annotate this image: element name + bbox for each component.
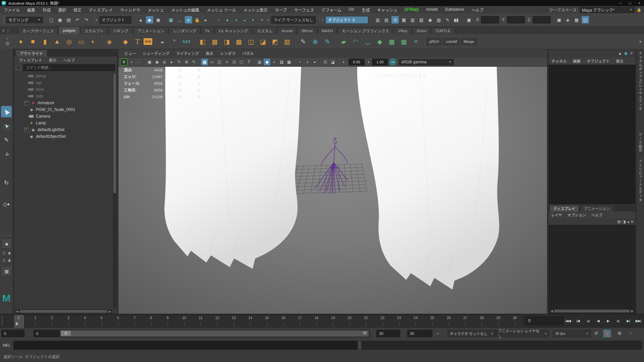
menu-V-Ray[interactable]: [V-Ray] bbox=[401, 7, 422, 13]
layer-move-up-icon[interactable]: ▴ bbox=[628, 220, 630, 224]
shelf-item-poly-sphere[interactable]: ● bbox=[15, 36, 26, 47]
shelf-tab-MASH[interactable]: MASH bbox=[317, 27, 337, 34]
shelf-tab-FX キャッシング[interactable]: FX キャッシング bbox=[214, 27, 252, 34]
film-gate-icon[interactable]: ▭ bbox=[209, 59, 215, 65]
bookmark-icon[interactable]: ▸ bbox=[168, 59, 175, 65]
channel-box-menu-オブジェクト[interactable]: オブジェクト bbox=[584, 58, 613, 64]
ipr-render-icon[interactable]: ▤ bbox=[383, 16, 390, 23]
shelf-item-colorm-button[interactable]: colorM bbox=[443, 38, 460, 45]
speed-display-icon[interactable]: ◉ bbox=[624, 51, 627, 56]
shelf-item-smooth[interactable]: ▩ bbox=[233, 36, 244, 47]
resolution-gate-icon[interactable]: ◫ bbox=[216, 59, 223, 65]
sidebar-tab-0[interactable]: チャネルボックス/レイヤエディタ bbox=[638, 52, 643, 111]
viewport-menu-シェーディング[interactable]: シェーディング bbox=[140, 51, 173, 56]
shaded-mode-icon[interactable]: ◆ bbox=[264, 59, 270, 65]
channel-box-menu-チャネル[interactable]: チャネル bbox=[548, 58, 570, 64]
shaded-wire-mode-icon[interactable]: ◐ bbox=[271, 59, 278, 65]
menu-選択[interactable]: 選択 bbox=[54, 7, 70, 13]
layout-split-button-1b[interactable]: ◆ bbox=[7, 250, 12, 256]
command-line-splitter[interactable] bbox=[358, 342, 361, 349]
outliner-vertical-scrollbar[interactable] bbox=[113, 73, 116, 308]
lasso-tool[interactable] bbox=[1, 120, 12, 131]
shadows-toggle-icon[interactable]: ◑ bbox=[304, 59, 311, 65]
grid-person-icon[interactable]: ▧ bbox=[418, 16, 425, 23]
select-camera-icon[interactable]: ▻ bbox=[136, 59, 142, 65]
render-time-icon[interactable]: ◷ bbox=[391, 16, 399, 23]
sidebar-tab-1[interactable]: ツール設定 bbox=[638, 133, 643, 152]
shelf-item-poly-spire[interactable]: ◆ bbox=[120, 36, 131, 47]
select-object-icon[interactable]: ◆ bbox=[146, 16, 153, 23]
menu-メッシュ[interactable]: メッシュ bbox=[144, 7, 167, 13]
safe-action-icon[interactable]: ▢ bbox=[238, 59, 245, 65]
outliner-item-persp[interactable]: persp bbox=[14, 73, 112, 79]
shelf-item-sculpt-sphere[interactable]: ◒ bbox=[157, 36, 168, 47]
shelf-gear-icon[interactable]: ⚙ bbox=[5, 41, 10, 46]
mode-selector-dropdown[interactable]: モデリング▼ bbox=[6, 17, 43, 23]
contrast-field[interactable]: 1.00 bbox=[372, 59, 388, 65]
menu-ウィンドウ[interactable]: ウィンドウ bbox=[116, 7, 144, 13]
shelf-tab-レンダリング[interactable]: レンダリング bbox=[169, 27, 201, 34]
shelf-item-svg-tool[interactable]: SVG bbox=[144, 38, 152, 45]
shelf-tab-カーブ/サーフェス[interactable]: カーブ/サーフェス bbox=[18, 27, 58, 34]
go-to-start-button[interactable]: |◀◀ bbox=[563, 316, 573, 325]
shelf-grip[interactable] bbox=[7, 28, 10, 33]
step-forward-frame-button[interactable]: ▶| bbox=[623, 316, 633, 325]
shelf-item-surface-plane[interactable]: ▰ bbox=[338, 36, 349, 47]
shelf-tab-カスタム[interactable]: カスタム bbox=[253, 27, 277, 34]
playback-start-field[interactable]: 0 bbox=[34, 330, 59, 337]
shelf-item-bevel[interactable]: ◪ bbox=[258, 36, 268, 47]
grid-b-icon[interactable]: ▥ bbox=[409, 16, 416, 23]
move-tool[interactable]: ↔↕ bbox=[1, 148, 12, 160]
outliner-item-defaultLightSet[interactable]: ◉defaultLightSet bbox=[14, 126, 112, 133]
timeline-track[interactable]: 0 01234567891011121314151617181920212223… bbox=[4, 315, 523, 328]
outliner-menu-表示[interactable]: 表示 bbox=[46, 57, 59, 63]
render-settings-icon[interactable]: ▦ bbox=[573, 16, 580, 23]
step-forward-key-button[interactable]: ▸| bbox=[613, 316, 623, 325]
animation-preferences-icon[interactable]: ⚙ bbox=[616, 329, 623, 337]
construction-history-3-icon[interactable]: ◑ bbox=[232, 16, 240, 23]
construction-history-6-icon[interactable]: ◓ bbox=[259, 16, 266, 23]
layer-new-selected-icon[interactable]: ◨ bbox=[623, 220, 626, 224]
shelf-item-bridge[interactable]: ◩ bbox=[270, 36, 280, 47]
textured-mode-icon[interactable]: ▨ bbox=[278, 59, 285, 65]
go-to-end-button[interactable]: ▶▶| bbox=[633, 316, 643, 325]
timeline-grip[interactable] bbox=[1, 315, 4, 326]
mel-command-input[interactable] bbox=[13, 341, 358, 350]
folder-open-icon[interactable]: ▣ bbox=[56, 16, 64, 23]
render-frame-icon[interactable]: ▥ bbox=[374, 16, 381, 23]
channel-box-menu-編集[interactable]: 編集 bbox=[570, 58, 584, 64]
close-button[interactable]: × bbox=[635, 0, 644, 6]
command-search-input[interactable] bbox=[23, 64, 115, 71]
wireframe-mode-icon[interactable]: ▧ bbox=[256, 59, 263, 65]
image-plane-icon[interactable]: ✎ bbox=[176, 59, 182, 65]
ipr-toggle-icon[interactable]: ● bbox=[128, 59, 135, 65]
character-controls-icon[interactable]: ◉ bbox=[426, 16, 434, 23]
layer-tab-ディスプレイ[interactable]: ディスプレイ bbox=[550, 205, 579, 212]
shelf-item-quad-draw[interactable]: ⊕ bbox=[310, 36, 321, 47]
greasepencil-icon[interactable]: ✎ bbox=[191, 59, 197, 65]
snap-grid-icon[interactable]: ▦ bbox=[167, 16, 175, 23]
camera-attributes-icon[interactable]: ▣ bbox=[146, 59, 153, 65]
viewport-canvas[interactable]: 頂点:443600エッジ:1248700フェース:805600三角形:80560… bbox=[118, 67, 547, 314]
range-slider[interactable]: 0 30 bbox=[60, 329, 370, 338]
shelf-item-surface-convex[interactable]: ◡ bbox=[362, 36, 373, 47]
layer-menu-ヘルプ[interactable]: ヘルプ bbox=[589, 212, 605, 218]
layer-new-empty-icon[interactable]: ▤ bbox=[617, 220, 621, 224]
current-frame-field[interactable]: 0 bbox=[525, 316, 564, 325]
range-slider-start-handle[interactable]: 0 bbox=[61, 330, 71, 336]
z-coordinate-input[interactable] bbox=[533, 16, 551, 23]
input-cursor-icon[interactable]: ▸ bbox=[202, 16, 210, 23]
menu-デフォーム[interactable]: デフォーム bbox=[318, 7, 345, 13]
shelf-item-surface-patch[interactable]: ▩ bbox=[386, 36, 397, 47]
shelf-item-combine[interactable]: ◧ bbox=[197, 36, 208, 47]
loop-playback-icon[interactable]: ↺ bbox=[592, 329, 600, 337]
shelf-item-poly-disc[interactable]: ◐ bbox=[88, 36, 99, 47]
snap-point-icon[interactable]: ◉ bbox=[185, 16, 192, 23]
shelf-menu-icon[interactable]: ≡ bbox=[2, 28, 4, 33]
checker-mode-icon[interactable]: ▩ bbox=[286, 59, 292, 65]
shelf-item-pencil-curve[interactable]: ✎ bbox=[298, 36, 309, 47]
layout-four-pane-button[interactable]: ▦ bbox=[1, 266, 12, 276]
menu-カーブ[interactable]: カーブ bbox=[271, 7, 290, 13]
sidebar-toggle-icon[interactable]: ◫ bbox=[582, 16, 589, 23]
viewport-menu-表示[interactable]: 表示 bbox=[202, 51, 217, 56]
